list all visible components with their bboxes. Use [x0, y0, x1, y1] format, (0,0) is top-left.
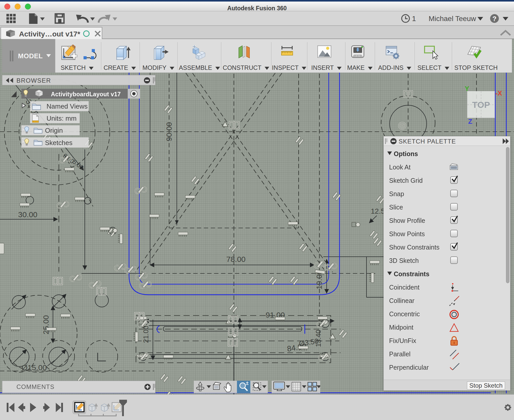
- svg-text:?: ?: [492, 15, 497, 23]
- svg-text:25.00: 25.00: [42, 315, 50, 334]
- svg-text:30.00: 30.00: [18, 210, 37, 219]
- svg-text:12.5: 12.5: [371, 207, 385, 215]
- svg-text:Ø15.00: Ø15.00: [22, 363, 47, 372]
- svg-text:Z: Z: [468, 118, 472, 125]
- svg-text:78.00: 78.00: [226, 255, 245, 263]
- svg-text:13.40: 13.40: [315, 330, 322, 347]
- svg-text:1: 1: [412, 15, 416, 23]
- svg-text:21.00: 21.00: [142, 326, 150, 343]
- svg-text:90.00: 90.00: [165, 122, 173, 141]
- svg-text:Y: Y: [465, 85, 469, 92]
- svg-text:Michael Teeuw: Michael Teeuw: [429, 15, 476, 23]
- svg-text:-X: -X: [495, 89, 502, 97]
- svg-text:TOP: TOP: [472, 100, 490, 110]
